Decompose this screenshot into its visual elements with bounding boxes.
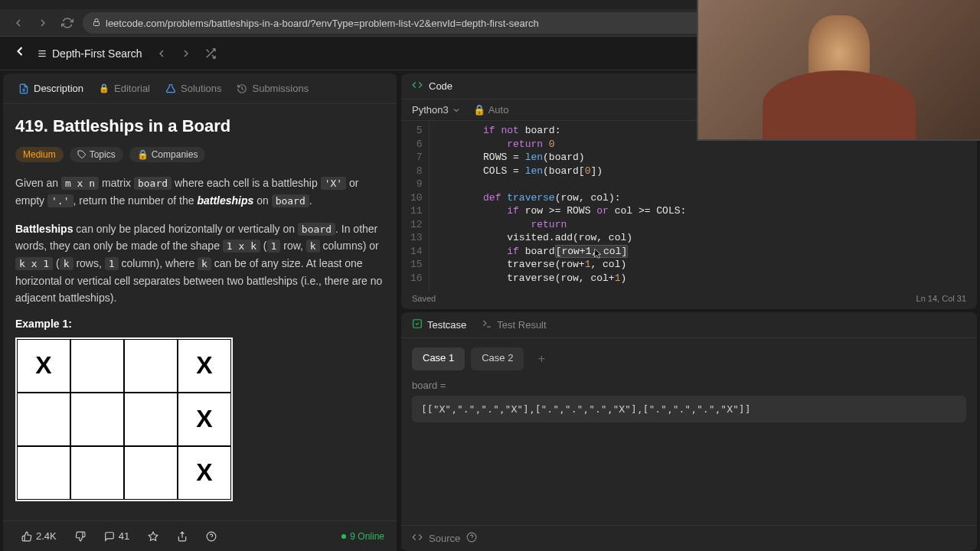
description-panel: Description 🔒 Editorial Solutions Submis… — [3, 73, 398, 551]
tab-description-label: Description — [34, 83, 83, 94]
code-editor[interactable]: 5678910111213141516 if not board: return… — [401, 121, 977, 291]
description-icon — [18, 83, 29, 94]
tab-test-result[interactable]: Test Result — [482, 318, 546, 331]
tab-submissions[interactable]: Submissions — [230, 80, 315, 97]
chevron-down-icon — [452, 106, 461, 115]
case-tabs: Case 1 Case 2 + — [401, 338, 977, 380]
terminal-icon — [482, 318, 492, 331]
case-1-tab[interactable]: Case 1 — [412, 347, 465, 370]
board-cell — [70, 393, 124, 446]
param-label: board = — [412, 380, 966, 391]
problem-paragraph-1: Given an m x n matrix board where each c… — [15, 174, 384, 210]
reload-button[interactable] — [58, 14, 77, 32]
like-button[interactable]: 2.4K — [15, 527, 63, 545]
dislike-button[interactable] — [69, 528, 92, 545]
testcase-panel: Testcase Test Result Case 1 Case 2 + boa… — [401, 312, 977, 551]
example-heading: Example 1: — [15, 318, 384, 330]
flask-icon — [165, 83, 176, 94]
lock-icon — [92, 18, 101, 29]
testcase-body: board = [["X",".",".","X"],[".",".",".",… — [401, 380, 977, 422]
problem-content: 419. Battleships in a Board Medium Topic… — [3, 104, 397, 520]
language-label: Python3 — [412, 104, 449, 116]
param-value[interactable]: [["X",".",".","X"],[".",".",".","X"],[".… — [412, 396, 966, 422]
online-status: 9 Online — [341, 531, 384, 542]
code-lines[interactable]: if not board: return 0 ROWS = len(board)… — [430, 121, 977, 291]
board-cell: X — [178, 393, 231, 446]
forward-button[interactable] — [34, 14, 52, 32]
history-icon — [237, 83, 247, 94]
board-cell — [124, 446, 178, 500]
board-cell — [124, 339, 178, 393]
webcam-overlay — [697, 0, 980, 141]
board-cell — [17, 446, 70, 500]
case-2-tab[interactable]: Case 2 — [471, 347, 524, 370]
board-cell — [70, 446, 124, 500]
tab-solutions[interactable]: Solutions — [159, 80, 227, 97]
tab-solutions-label: Solutions — [181, 83, 221, 94]
companies-badge[interactable]: 🔒 Companies — [129, 147, 206, 162]
add-case-button[interactable]: + — [530, 347, 553, 370]
breadcrumb-text: Depth-First Search — [52, 47, 142, 60]
bottom-bar: 2.4K 41 9 Online — [3, 520, 397, 551]
source-label[interactable]: Source — [429, 533, 460, 544]
saved-status: Saved — [412, 294, 436, 303]
code-header-label: Code — [429, 80, 452, 92]
problem-title: 419. Battleships in a Board — [15, 116, 384, 136]
check-icon — [412, 318, 423, 331]
code-status: Saved Ln 14, Col 31 — [401, 291, 977, 309]
lock-icon: 🔒 — [137, 149, 149, 160]
testcase-header: Testcase Test Result — [401, 312, 977, 338]
lock-icon: 🔒 — [473, 104, 485, 116]
line-gutter: 5678910111213141516 — [401, 121, 430, 291]
tab-submissions-label: Submissions — [252, 83, 309, 94]
code-icon — [412, 80, 423, 93]
cursor-position: Ln 14, Col 31 — [916, 294, 966, 303]
problem-list-link[interactable]: Depth-First Search — [37, 47, 142, 60]
help-button[interactable] — [200, 528, 223, 545]
board-cell: X — [178, 446, 231, 500]
online-dot-icon — [341, 534, 346, 539]
next-problem-button[interactable] — [175, 43, 197, 64]
star-button[interactable] — [142, 528, 165, 545]
topics-badge[interactable]: Topics — [70, 147, 123, 162]
problem-paragraph-2: Battleships can only be placed horizonta… — [15, 220, 384, 307]
svg-rect-0 — [94, 21, 100, 25]
share-button[interactable] — [171, 528, 194, 545]
likes-count: 2.4K — [36, 530, 57, 542]
board-cell — [124, 393, 178, 446]
board-cell: X — [178, 339, 231, 393]
lock-icon: 🔒 — [99, 83, 109, 94]
shuffle-button[interactable] — [200, 43, 221, 64]
leetcode-logo[interactable] — [12, 44, 28, 63]
info-icon[interactable] — [466, 532, 477, 545]
autocomplete-toggle[interactable]: 🔒 Auto — [473, 104, 509, 116]
language-selector[interactable]: Python3 — [412, 104, 461, 116]
comments-button[interactable]: 41 — [98, 527, 136, 545]
board-cell: X — [17, 339, 70, 393]
tab-editorial-label: Editorial — [114, 83, 150, 94]
svg-marker-10 — [149, 532, 158, 540]
example-board: XXXX — [15, 337, 233, 501]
url-text: leetcode.com/problems/battleships-in-a-b… — [106, 18, 539, 29]
right-panel: Code Python3 🔒 Auto 5678910111213141516 … — [401, 73, 977, 551]
tab-testcase[interactable]: Testcase — [412, 318, 466, 331]
comments-count: 41 — [119, 530, 129, 542]
back-button[interactable] — [9, 14, 28, 32]
online-count: 9 Online — [350, 531, 384, 542]
board-cell — [17, 393, 70, 446]
difficulty-badge: Medium — [15, 147, 64, 162]
tab-description[interactable]: Description — [12, 80, 90, 97]
testcase-footer: Source — [401, 525, 977, 551]
prev-problem-button[interactable] — [151, 43, 172, 64]
board-cell — [70, 339, 124, 393]
left-tabs: Description 🔒 Editorial Solutions Submis… — [3, 73, 397, 104]
source-icon — [412, 532, 423, 545]
tab-editorial[interactable]: 🔒 Editorial — [93, 80, 156, 97]
